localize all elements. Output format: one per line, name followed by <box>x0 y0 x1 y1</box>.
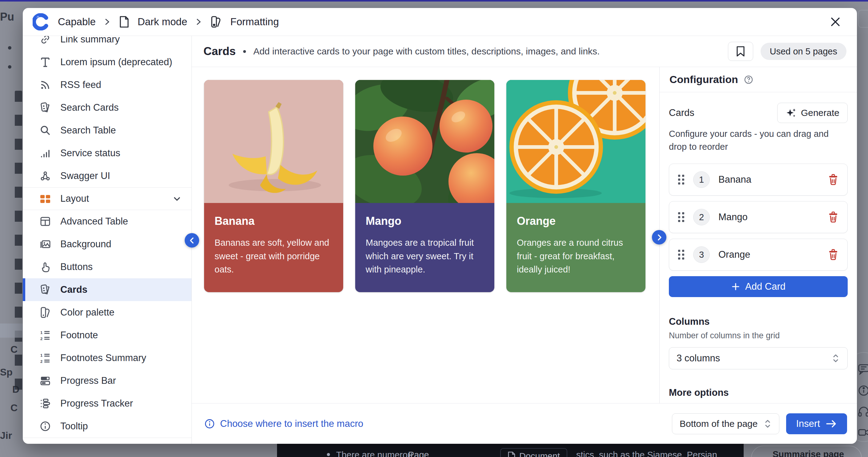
underlay-text: Sp <box>0 367 12 378</box>
columns-section: Columns Number of columns in the grid 3 … <box>669 316 848 369</box>
delete-card-button[interactable] <box>828 211 839 223</box>
preview-card-orange[interactable]: Orange Oranges are a round citrus fruit … <box>506 80 646 292</box>
drag-handle-icon[interactable] <box>678 212 685 222</box>
underlay-text: C <box>10 402 18 414</box>
sidebar-item-advanced-table[interactable]: Advanced Table <box>23 210 191 233</box>
sidebar-item-progress-tracker[interactable]: Progress Tracker <box>23 392 191 415</box>
card-title: Orange <box>517 215 635 228</box>
sidebar-item-rss-feed[interactable]: RSS feed <box>23 73 191 96</box>
close-button[interactable] <box>827 13 844 30</box>
sidebar-item-label: Progress Tracker <box>60 398 133 409</box>
expand-config-button[interactable] <box>652 230 666 244</box>
text-icon <box>39 56 52 69</box>
svg-text:1: 1 <box>40 353 42 358</box>
ordered-list-icon: 12 <box>39 329 52 342</box>
add-card-button[interactable]: Add Card <box>669 276 848 297</box>
card-row-label: Mango <box>718 211 748 223</box>
bookmark-button[interactable] <box>728 42 753 61</box>
columns-select-value: 3 columns <box>677 353 720 364</box>
help-icon[interactable] <box>744 75 753 85</box>
insert-position-select[interactable]: Bottom of the page <box>672 413 780 434</box>
page-title: Cards <box>204 45 236 58</box>
card-row-label: Banana <box>718 174 751 185</box>
sidebar-item-swagger-ui[interactable]: Swagger UI <box>23 165 191 187</box>
sidebar-item-label: Color palette <box>60 307 115 318</box>
usage-badge-label: Used on 5 pages <box>770 46 837 57</box>
delete-card-button[interactable] <box>828 249 839 260</box>
breadcrumb-page[interactable]: Dark mode <box>137 16 187 28</box>
breadcrumb-section[interactable]: Formatting <box>230 16 279 28</box>
orange-image <box>506 80 646 203</box>
sidebar-item-color-palette[interactable]: Color palette <box>23 301 191 324</box>
media-icon <box>39 443 52 444</box>
choose-insert-location-link[interactable]: Choose where to insert the macro <box>204 418 363 429</box>
card-config-row-mango[interactable]: 2 Mango <box>669 201 848 233</box>
collapse-sidebar-button[interactable] <box>185 233 199 248</box>
underlay-text: Document <box>519 451 560 457</box>
sidebar-item-footnotes-summary[interactable]: 12 Footnotes Summary <box>23 347 191 369</box>
chevron-left-icon <box>188 237 196 244</box>
sidebar-item-label: Service status <box>60 148 120 159</box>
progress-tracker-icon <box>39 397 52 410</box>
sidebar-item-search-table[interactable]: Search Table <box>23 119 191 142</box>
generate-button[interactable]: Generate <box>777 103 848 123</box>
sidebar-item-label: Search Cards <box>60 102 119 113</box>
underlay-bullet <box>8 65 11 69</box>
progress-bar-icon <box>39 374 52 387</box>
delete-card-button[interactable] <box>828 174 839 186</box>
sidebar-item-media[interactable]: Media <box>23 438 191 444</box>
arrow-right-icon <box>826 419 837 428</box>
palette-icon <box>39 306 52 319</box>
sidebar-item-lorem-ipsum[interactable]: Lorem ipsum (deprecated) <box>23 51 191 73</box>
sidebar-item-cards[interactable]: Cards <box>23 278 191 301</box>
breadcrumb-app[interactable]: Capable <box>58 16 96 28</box>
cards-field-row: Cards Generate <box>669 103 848 123</box>
more-options-section: More options Additional display settings… <box>669 387 848 403</box>
insert-button-label: Insert <box>796 418 820 429</box>
macro-description: Add interactive cards to your page with … <box>253 46 600 57</box>
svg-text:1: 1 <box>40 330 42 335</box>
content-row: Banana Bananas are soft, yellow and swee… <box>192 67 857 403</box>
underlay-highlight-band <box>0 324 23 338</box>
sidebar-item-background[interactable]: Background <box>23 233 191 256</box>
insert-button[interactable]: Insert <box>786 413 847 434</box>
chevron-down-icon <box>172 193 182 204</box>
dialog-body: Link summary Lorem ipsum (deprecated) RS… <box>23 36 857 444</box>
document-icon <box>507 452 516 457</box>
generate-button-label: Generate <box>801 108 839 118</box>
preview-card-banana[interactable]: Banana Bananas are soft, yellow and swee… <box>204 80 343 292</box>
headphones-icon <box>858 405 868 418</box>
sidebar-item-footnote[interactable]: 12 Footnote <box>23 324 191 347</box>
banana-image <box>204 80 343 203</box>
preview-card-mango[interactable]: Mango Mangoes are a tropical fruit which… <box>355 80 494 292</box>
trash-icon <box>828 249 839 260</box>
updown-icon <box>831 353 840 364</box>
underlay-text: Pu <box>0 10 14 23</box>
add-card-label: Add Card <box>745 281 785 292</box>
order-badge: 1 <box>693 171 710 188</box>
sidebar-item-progress-bar[interactable]: Progress Bar <box>23 369 191 392</box>
order-badge: 3 <box>693 246 710 263</box>
sidebar-item-link-summary[interactable]: Link summary <box>23 36 191 51</box>
configuration-panel: Configuration Cards <box>660 67 857 403</box>
ordered-list-icon: 12 <box>39 352 52 364</box>
close-icon <box>829 16 841 28</box>
drag-handle-icon[interactable] <box>678 174 685 185</box>
sidebar-item-service-status[interactable]: Service status <box>23 142 191 165</box>
cards-icon <box>39 283 52 296</box>
sidebar-item-search-cards[interactable]: Search Cards <box>23 96 191 119</box>
plus-icon <box>731 282 740 291</box>
card-config-row-banana[interactable]: 1 Banana <box>669 164 848 196</box>
sidebar-item-tooltip[interactable]: Tooltip <box>23 415 191 437</box>
sidebar-item-label: RSS feed <box>60 79 101 90</box>
card-config-row-orange[interactable]: 3 Orange <box>669 239 848 271</box>
columns-select[interactable]: 3 columns <box>669 347 848 369</box>
sidebar-item-label: Advanced Table <box>60 216 128 227</box>
sidebar-section-layout[interactable]: Layout <box>23 187 191 210</box>
sidebar-item-label: Cards <box>60 284 87 295</box>
drag-handle-icon[interactable] <box>678 250 685 260</box>
underlay-text: stics, such as the Siamese, Persian <box>576 450 717 457</box>
underlay-document-pill: Document <box>500 448 567 457</box>
choose-insert-location-label: Choose where to insert the macro <box>220 418 363 429</box>
sidebar-item-buttons[interactable]: Buttons <box>23 256 191 278</box>
